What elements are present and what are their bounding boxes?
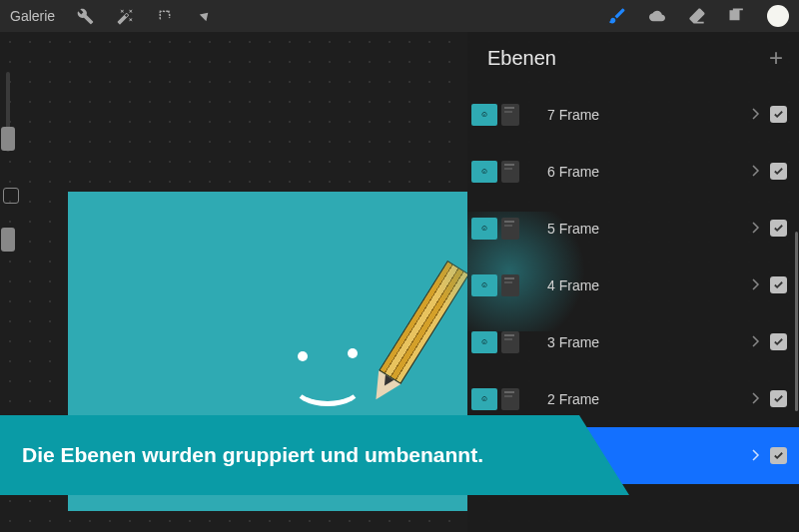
layer-thumb-icon bbox=[501, 161, 519, 183]
gallery-button[interactable]: Galerie bbox=[10, 8, 55, 24]
chevron-right-icon[interactable] bbox=[742, 220, 770, 238]
layer-thumb-icon: ☺ bbox=[471, 161, 497, 183]
modify-button[interactable] bbox=[3, 188, 19, 204]
left-sliders bbox=[0, 72, 18, 248]
layer-row[interactable]: ☺ 4 Frame bbox=[467, 257, 799, 313]
layer-thumbnails: ☺ bbox=[471, 274, 529, 296]
drawing-smile bbox=[293, 366, 363, 406]
wand-icon[interactable] bbox=[115, 6, 135, 26]
layer-thumbnails: ☺ bbox=[471, 161, 529, 183]
chevron-right-icon[interactable] bbox=[742, 106, 770, 124]
layer-row[interactable]: ☺ 5 Frame bbox=[467, 200, 799, 257]
visibility-checkbox[interactable] bbox=[770, 106, 787, 123]
toolbar-left: Galerie bbox=[10, 6, 215, 26]
layer-row[interactable]: ☺ 7 Frame bbox=[467, 86, 799, 143]
toolbar-right bbox=[607, 5, 789, 27]
layer-name-label: 3 Frame bbox=[529, 334, 742, 350]
layer-thumb-icon bbox=[501, 331, 519, 353]
drawing-eye bbox=[298, 351, 308, 361]
caption-banner: Die Ebenen wurden gruppiert und umbenann… bbox=[0, 415, 579, 495]
color-picker[interactable] bbox=[767, 5, 789, 27]
arrow-icon[interactable] bbox=[195, 6, 215, 26]
caption-text: Die Ebenen wurden gruppiert und umbenann… bbox=[22, 443, 483, 467]
layer-thumbnails: ☺ bbox=[471, 331, 529, 353]
layer-thumb-icon bbox=[501, 218, 519, 240]
workspace: Ebenen + ☺ 7 Frame ☺ 6 Frame ☺ 5 Frame ☺ bbox=[0, 32, 799, 532]
chevron-right-icon[interactable] bbox=[742, 163, 770, 181]
layer-thumbnails: ☺ bbox=[471, 104, 529, 126]
layer-name-label: 5 Frame bbox=[529, 221, 742, 237]
opacity-slider[interactable] bbox=[6, 228, 10, 248]
layer-thumb-icon: ☺ bbox=[471, 218, 497, 240]
eraser-icon[interactable] bbox=[687, 6, 707, 26]
layer-thumb-icon: ☺ bbox=[471, 388, 497, 410]
layer-thumb-icon: ☺ bbox=[471, 104, 497, 126]
visibility-checkbox[interactable] bbox=[770, 220, 787, 237]
brush-icon[interactable] bbox=[607, 6, 627, 26]
layer-name-label: 4 Frame bbox=[529, 277, 742, 293]
layer-name-label: 2 Frame bbox=[529, 391, 742, 407]
layer-thumb-icon bbox=[501, 104, 519, 126]
visibility-checkbox[interactable] bbox=[770, 447, 787, 464]
selection-icon[interactable] bbox=[155, 6, 175, 26]
pencil-graphic bbox=[358, 261, 467, 418]
chevron-right-icon[interactable] bbox=[742, 447, 770, 465]
layer-name-label: 6 Frame bbox=[529, 164, 742, 180]
visibility-checkbox[interactable] bbox=[770, 163, 787, 180]
layer-thumb-icon: ☺ bbox=[471, 331, 497, 353]
layer-row[interactable]: ☺ 6 Frame bbox=[467, 143, 799, 200]
visibility-checkbox[interactable] bbox=[770, 333, 787, 350]
layer-row[interactable]: ☺ 3 Frame bbox=[467, 313, 799, 370]
brush-size-slider[interactable] bbox=[6, 72, 10, 152]
layers-title: Ebenen bbox=[487, 47, 556, 70]
smudge-icon[interactable] bbox=[647, 6, 667, 26]
visibility-checkbox[interactable] bbox=[770, 390, 787, 407]
visibility-checkbox[interactable] bbox=[770, 276, 787, 293]
chevron-right-icon[interactable] bbox=[742, 276, 770, 294]
layer-name-label: 7 Frame bbox=[529, 107, 742, 123]
layer-thumb-icon: ☺ bbox=[471, 274, 497, 296]
add-layer-button[interactable]: + bbox=[769, 44, 783, 72]
layer-thumb-icon bbox=[501, 388, 519, 410]
layer-thumb-icon bbox=[501, 274, 519, 296]
drawing-eye bbox=[348, 348, 358, 358]
wrench-icon[interactable] bbox=[75, 6, 95, 26]
layers-header: Ebenen + bbox=[467, 32, 799, 86]
scrollbar[interactable] bbox=[795, 232, 798, 411]
layer-thumbnails: ☺ bbox=[471, 388, 529, 410]
chevron-right-icon[interactable] bbox=[742, 333, 770, 351]
chevron-right-icon[interactable] bbox=[742, 390, 770, 408]
layers-icon[interactable] bbox=[727, 6, 747, 26]
top-toolbar: Galerie bbox=[0, 0, 799, 32]
layer-thumbnails: ☺ bbox=[471, 218, 529, 240]
